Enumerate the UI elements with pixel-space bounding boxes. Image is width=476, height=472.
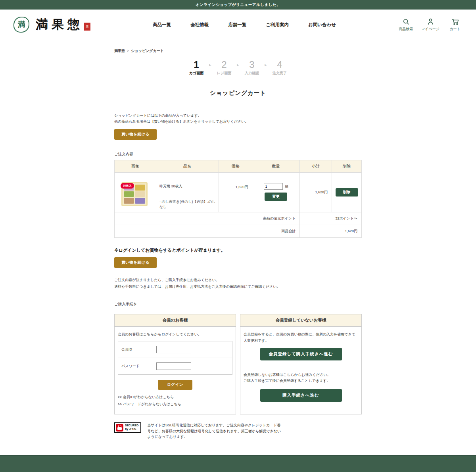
brand-seal-char: 惣 — [86, 25, 89, 29]
brand-logo[interactable]: 満 満果惣 惣 — [13, 16, 90, 33]
delete-item-button[interactable]: 削除 — [336, 188, 358, 197]
password-cell — [153, 358, 232, 374]
step-register: 2 レジ画面 — [213, 59, 235, 76]
order-section-label: ご注文内容 — [114, 152, 362, 157]
login-button[interactable]: ログイン — [158, 380, 192, 390]
guest-panel-divider — [245, 367, 357, 367]
col-header-quantity: 数量 — [252, 160, 300, 173]
guest-checkout-button[interactable]: 購入手続きへ進む — [260, 389, 342, 402]
cart-item-row: 30枚入 吟芳焼 30枚入 - のし表書き(外のし)【必須】:のしなし 1,6 — [115, 173, 362, 212]
mypage-button[interactable]: マイページ — [421, 17, 440, 32]
col-header-subtotal: 小計 — [300, 160, 332, 173]
cart-intro: ショッピングカートには以下の商品が入っています。 他の商品もみる場合は【買い物を… — [114, 113, 362, 125]
announcement-banner: オンラインショップがリニューアルしました。 — [0, 0, 476, 10]
nav-item-contact[interactable]: お問い合わせ — [308, 22, 336, 28]
cart-table-header-row: 画像 品名 価格 数量 小計 削除 — [115, 160, 362, 173]
col-header-image: 画像 — [115, 160, 156, 173]
member-panel-title: 会員のお客様 — [115, 314, 236, 327]
points-row: 商品の還元ポイント 32ポイント〜 — [115, 212, 362, 225]
cart-intro-line: ショッピングカートには以下の商品が入っています。 — [114, 113, 362, 119]
step-complete-label: 注文完了 — [269, 71, 291, 76]
announcement-text: オンラインショップがリニューアルしました。 — [196, 2, 280, 8]
step-cart-number: 1 — [185, 59, 207, 70]
login-form-table: 会員ID パスワード — [118, 341, 232, 375]
step-complete: 4 注文完了 — [269, 59, 291, 76]
total-row: 商品合計 1,620円 — [115, 225, 362, 238]
member-id-label: 会員ID — [118, 341, 153, 358]
step-confirm-label: 入力確認 — [241, 71, 263, 76]
cart-icon — [451, 17, 459, 26]
cart-intro-line: 他の商品もみる場合は【買い物を続ける】ボタンをクリックしてお戻りください。 — [114, 119, 362, 125]
user-icon — [426, 17, 435, 26]
mypage-label: マイページ — [421, 27, 440, 32]
member-login-desc: 会員のお客様はこちらからログインしてください。 — [118, 331, 232, 337]
member-help-links: >> 会員IDがわからない方はこちら >> パスワードがわからない方はこちら — [118, 393, 232, 408]
cart-item-price: 1,620円 — [219, 173, 252, 212]
member-panel: 会員のお客様 会員のお客様はこちらからログインしてください。 会員ID パスワー… — [114, 314, 236, 414]
total-label: 商品合計 — [115, 225, 300, 238]
search-label: 商品検索 — [399, 27, 413, 32]
forgot-password-link[interactable]: >> パスワードがわからない方はこちら — [118, 401, 232, 408]
step-register-number: 2 — [213, 59, 235, 70]
guest-line: 会員登録しないお客様はこちらからお進みください。 — [244, 372, 358, 378]
purchase-section-label: ご購入手続き — [114, 302, 362, 307]
login-points-note: ※ログインしてお買物をするとポイントが貯まります。 — [114, 247, 362, 253]
col-header-name: 品名 — [156, 160, 219, 173]
nav-item-products[interactable]: 商品一覧 — [153, 22, 171, 28]
member-id-cell — [153, 341, 232, 358]
product-image[interactable]: 30枚入 — [121, 182, 149, 206]
search-icon — [402, 17, 410, 26]
breadcrumb-current: ショッピングカート — [131, 49, 164, 53]
guest-panel: 会員登録していないお客様 会員登録をすると、次回のお買い物の際に、住所の入力を省… — [240, 314, 362, 414]
header-actions: 商品検索 マイページ カート — [398, 17, 463, 32]
breadcrumb: 満果惣>ショッピングカート — [114, 48, 362, 54]
quantity-input[interactable] — [264, 183, 283, 190]
cart-item-subtotal: 1,620円 — [300, 173, 332, 212]
main-content: 満果惣>ショッピングカート 1 カゴ画面 ▶ 2 レジ画面 ▶ 3 入力確認 ▶… — [114, 40, 362, 440]
step-register-label: レジ画面 — [213, 71, 235, 76]
guest-line: ご購入手続き完了後に会員登録することもできます。 — [244, 378, 358, 384]
points-label: 商品の還元ポイント — [115, 212, 300, 225]
password-row: パスワード — [118, 358, 232, 374]
ssl-section: SECURED by JPRS 当サイトはSSL暗号化通信に対応しております。ご… — [114, 422, 362, 440]
proceed-line: 送料や手数料につきましては、お届け先住所、お支払方法をご入力後の確認画面にてご確… — [114, 283, 362, 290]
member-id-row: 会員ID — [118, 341, 232, 358]
proceed-instructions: ご注文内容が決まりましたら、ご購入手続きにお進みください。 送料や手数料につきま… — [114, 277, 362, 290]
continue-shopping-button-bottom[interactable]: 買い物を続ける — [114, 257, 157, 268]
nav-item-guide[interactable]: ご利用案内 — [266, 22, 289, 28]
search-button[interactable]: 商品検索 — [398, 17, 413, 32]
cart-item-image-cell: 30枚入 — [115, 173, 156, 212]
quantity-unit: 箱 — [285, 185, 288, 189]
cart-button[interactable]: カート — [447, 17, 463, 32]
brand-seal-icon: 惣 — [84, 23, 90, 31]
site-footer — [0, 455, 476, 472]
nav-item-stores[interactable]: 店舗一覧 — [228, 22, 246, 28]
ssl-badge-text: SECURED by JPRS — [125, 424, 138, 431]
step-confirm: 3 入力確認 — [241, 59, 263, 76]
cart-item-delete-cell: 削除 — [332, 173, 362, 212]
forgot-id-link[interactable]: >> 会員IDがわからない方はこちら — [118, 393, 232, 401]
cart-item-quantity-cell: 箱 変更 — [252, 173, 300, 212]
password-input[interactable] — [156, 362, 191, 370]
register-and-checkout-button[interactable]: 会員登録して購入手続きへ進む — [260, 348, 342, 360]
step-arrow-icon: ▶ — [263, 64, 269, 67]
cart-table: 画像 品名 価格 数量 小計 削除 30枚入 — [114, 160, 362, 238]
checkout-steps: 1 カゴ画面 ▶ 2 レジ画面 ▶ 3 入力確認 ▶ 4 注文完了 — [114, 59, 362, 76]
purchase-panels: 会員のお客様 会員のお客様はこちらからログインしてください。 会員ID パスワー… — [114, 314, 362, 414]
product-name[interactable]: 吟芳焼 30枚入 — [159, 184, 216, 189]
col-header-price: 価格 — [219, 160, 252, 173]
change-quantity-button[interactable]: 変更 — [265, 193, 287, 201]
product-option-note: - のし表書き(外のし)【必須】:のしなし — [159, 199, 216, 210]
nav-item-company[interactable]: 会社情報 — [190, 22, 209, 28]
lock-icon — [116, 424, 123, 432]
step-cart: 1 カゴ画面 — [185, 59, 207, 76]
ssl-secured-badge: SECURED by JPRS — [114, 422, 141, 433]
breadcrumb-home-link[interactable]: 満果惣 — [114, 49, 125, 53]
member-panel-body: 会員のお客様はこちらからログインしてください。 会員ID パスワード — [115, 327, 236, 414]
step-arrow-icon: ▶ — [207, 64, 213, 67]
member-id-input[interactable] — [156, 346, 191, 353]
site-header: 満 満果惣 惣 商品一覧 会社情報 店舗一覧 ご利用案内 お問い合わせ 商品検索 — [0, 10, 476, 40]
brand-emblem-icon: 満 — [13, 17, 29, 33]
password-label: パスワード — [118, 358, 153, 374]
continue-shopping-button-top[interactable]: 買い物を続ける — [114, 129, 157, 140]
